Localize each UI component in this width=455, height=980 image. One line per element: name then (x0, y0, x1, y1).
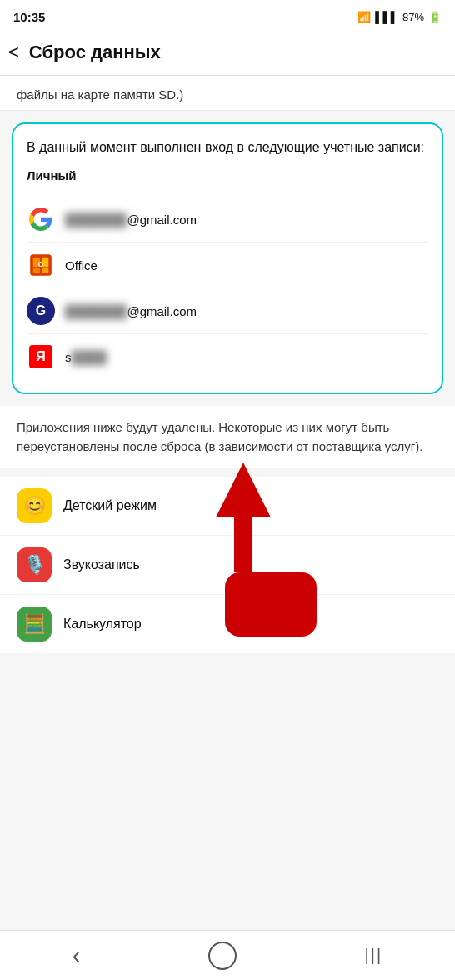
kids-mode-icon: 😊 (17, 488, 52, 523)
recorder-icon: 🎙️ (17, 548, 52, 582)
status-time: 10:35 (13, 10, 45, 24)
account-item-google: ███████@gmail.com (27, 197, 428, 242)
nav-home-button[interactable] (208, 942, 237, 970)
calculator-icon: 🧮 (17, 607, 52, 642)
yandex-email-blurred: ████ (72, 350, 108, 364)
account-item-blue-g: G ███████@gmail.com (27, 288, 428, 334)
app-list: 😊 Детский режим 🎙️ Звукозапись 🧮 Калькул… (0, 477, 455, 653)
nav-back-button[interactable]: ‹ (56, 934, 97, 978)
bottom-nav: ‹ ||| (0, 930, 455, 980)
wifi-icon: 📶 (358, 11, 371, 23)
app-item-kids: 😊 Детский режим (0, 477, 455, 536)
svg-rect-4 (42, 268, 48, 273)
svg-text:O: O (38, 262, 43, 269)
yandex-account-email: s████ (65, 350, 107, 364)
office-account-label: Office (65, 258, 98, 272)
account-item-office: O Office (27, 242, 428, 288)
svg-rect-3 (33, 268, 40, 273)
accounts-box: В данный момент выполнен вход в следующи… (12, 122, 443, 394)
account-item-yandex: Я s████ (27, 334, 428, 379)
bottom-description: Приложения ниже будут удалены. Некоторые… (0, 406, 455, 468)
battery-icon: 🔋 (428, 11, 442, 23)
battery-label: 87% (402, 11, 424, 23)
blue-g-account-email: ███████@gmail.com (65, 304, 197, 318)
status-icons: 📶 ▌▌▌ 87% 🔋 (358, 11, 442, 23)
recorder-label: Звукозапись (63, 558, 140, 572)
google-email-blurred: ███████ (65, 212, 127, 227)
back-button[interactable]: < (8, 42, 19, 63)
google-account-email: ███████@gmail.com (65, 212, 197, 227)
accounts-box-title: В данный момент выполнен вход в следующи… (27, 138, 428, 157)
status-bar: 10:35 📶 ▌▌▌ 87% 🔋 (0, 0, 455, 33)
app-item-calculator: 🧮 Калькулятор (0, 595, 455, 653)
office-icon: O (27, 251, 55, 279)
signal-icon: ▌▌▌ (375, 11, 398, 23)
app-item-recorder: 🎙️ Звукозапись (0, 536, 455, 595)
kids-mode-label: Детский режим (63, 498, 157, 513)
yandex-icon: Я (27, 342, 55, 371)
nav-recent-button[interactable]: ||| (348, 938, 400, 973)
top-bar: < Сброс данных (0, 33, 455, 76)
truncated-text: файлы на карте памяти SD.) (0, 76, 455, 111)
page-title: Сброс данных (29, 42, 161, 63)
section-label: Личный (27, 168, 428, 188)
google-icon (27, 205, 55, 233)
blue-g-icon: G (27, 297, 55, 325)
blue-g-email-blurred: ███████ (65, 304, 127, 318)
calculator-label: Калькулятор (63, 617, 142, 632)
